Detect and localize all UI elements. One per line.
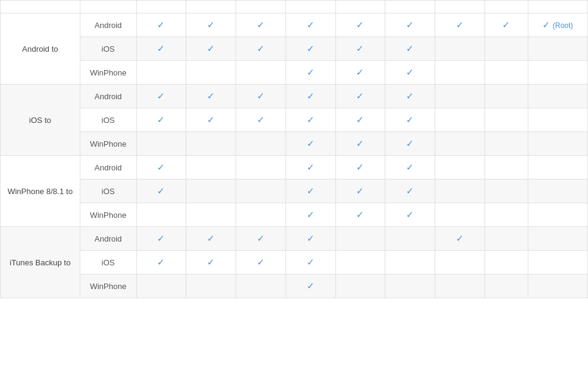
- header-group: [1, 1, 80, 13]
- cell-apps: [485, 251, 528, 274]
- check-icon: ✓: [502, 19, 510, 30]
- cell-messages: [186, 203, 236, 227]
- check-icon: ✓: [157, 257, 165, 267]
- cell-music: ✓: [335, 85, 385, 108]
- check-icon: ✓: [356, 162, 364, 172]
- cell-contacts: ✓: [136, 251, 186, 274]
- check-icon: ✓: [257, 233, 265, 243]
- cell-music: [335, 274, 385, 298]
- header-calllogs: [435, 1, 485, 13]
- table-row: WinPhone✓✓✓: [1, 61, 588, 85]
- cell-calendar: ✓: [236, 251, 286, 274]
- cell-apps: [485, 61, 528, 85]
- check-icon: ✓: [157, 19, 165, 30]
- cell-appdata: [528, 85, 587, 108]
- cell-messages: ✓: [186, 251, 236, 274]
- cell-photos: ✓: [285, 180, 335, 203]
- group-label: Android to: [1, 13, 80, 85]
- cell-video: [385, 251, 435, 274]
- cell-calendar: ✓: [236, 85, 286, 108]
- sub-label: Android: [80, 85, 136, 108]
- cell-messages: ✓: [186, 85, 236, 108]
- group-label: iTunes Backup to: [1, 227, 80, 298]
- check-icon: ✓: [406, 43, 414, 54]
- check-icon: ✓: [307, 43, 315, 54]
- cell-music: ✓: [335, 13, 385, 37]
- check-icon: ✓: [356, 138, 364, 148]
- table-row: WinPhone✓✓✓: [1, 203, 588, 227]
- cell-music: [335, 227, 385, 251]
- check-icon: ✓: [406, 91, 414, 101]
- table-row: iOS toAndroid✓✓✓✓✓✓: [1, 85, 588, 108]
- check-icon: ✓: [207, 91, 215, 101]
- cell-appdata: [528, 180, 587, 203]
- cell-video: [385, 227, 435, 251]
- cell-apps: [485, 227, 528, 251]
- cell-contacts: ✓: [136, 85, 186, 108]
- cell-calendar: ✓: [236, 37, 286, 61]
- cell-contacts: ✓: [136, 227, 186, 251]
- cell-apps: [485, 156, 528, 180]
- cell-photos: ✓: [285, 108, 335, 132]
- table-row: iOS✓✓✓✓: [1, 251, 588, 274]
- cell-calllogs: [435, 108, 485, 132]
- cell-photos: ✓: [285, 13, 335, 37]
- cell-appdata: [528, 61, 587, 85]
- check-icon: ✓: [307, 162, 315, 172]
- cell-apps: [485, 85, 528, 108]
- check-icon: ✓: [157, 114, 165, 125]
- check-icon: ✓: [307, 91, 315, 101]
- check-icon: ✓: [406, 162, 414, 172]
- root-label: (Root): [553, 21, 573, 30]
- cell-video: ✓: [385, 61, 435, 85]
- table-row: WinPhone✓✓✓: [1, 132, 588, 156]
- cell-photos: ✓: [285, 274, 335, 298]
- cell-calllogs: ✓: [435, 13, 485, 37]
- table-row: iTunes Backup toAndroid✓✓✓✓✓: [1, 227, 588, 251]
- cell-calendar: [236, 132, 286, 156]
- cell-photos: ✓: [285, 37, 335, 61]
- table-row: WinPhone✓: [1, 274, 588, 298]
- check-icon: ✓: [307, 19, 315, 30]
- cell-messages: ✓: [186, 13, 236, 37]
- cell-apps: [485, 108, 528, 132]
- cell-photos: ✓: [285, 251, 335, 274]
- cell-appdata: [528, 156, 587, 180]
- cell-contacts: ✓: [136, 13, 186, 37]
- table-row: WinPhone 8/8.1 toAndroid✓✓✓✓: [1, 156, 588, 180]
- check-icon: ✓: [406, 19, 414, 30]
- cell-video: ✓: [385, 203, 435, 227]
- cell-appdata: [528, 108, 587, 132]
- cell-messages: ✓: [186, 227, 236, 251]
- cell-messages: [186, 274, 236, 298]
- header-contacts: [136, 1, 186, 13]
- check-icon: ✓: [257, 114, 265, 125]
- sub-label: iOS: [80, 108, 136, 132]
- cell-music: ✓: [335, 37, 385, 61]
- check-icon: ✓: [307, 186, 315, 196]
- check-icon: ✓: [307, 114, 315, 125]
- check-icon: ✓: [157, 162, 165, 172]
- header-video: [385, 1, 435, 13]
- table-row: iOS✓✓✓✓: [1, 180, 588, 203]
- check-icon: ✓: [356, 186, 364, 196]
- cell-messages: [186, 132, 236, 156]
- cell-contacts: [136, 203, 186, 227]
- check-icon: ✓: [207, 43, 215, 54]
- cell-calendar: [236, 180, 286, 203]
- header-messages: [186, 1, 236, 13]
- cell-calllogs: [435, 85, 485, 108]
- cell-appdata: [528, 227, 587, 251]
- cell-appdata: ✓ (Root): [528, 13, 587, 37]
- check-icon: ✓: [257, 19, 265, 30]
- cell-music: ✓: [335, 108, 385, 132]
- cell-contacts: [136, 61, 186, 85]
- check-icon: ✓: [257, 91, 265, 101]
- cell-appdata: [528, 37, 587, 61]
- sub-label: WinPhone: [80, 274, 136, 298]
- sub-label: Android: [80, 227, 136, 251]
- cell-appdata: [528, 274, 587, 298]
- check-icon: ✓: [207, 19, 215, 30]
- cell-photos: ✓: [285, 61, 335, 85]
- compatibility-table: Android toAndroid✓✓✓✓✓✓✓✓✓ (Root)iOS✓✓✓✓…: [0, 0, 588, 298]
